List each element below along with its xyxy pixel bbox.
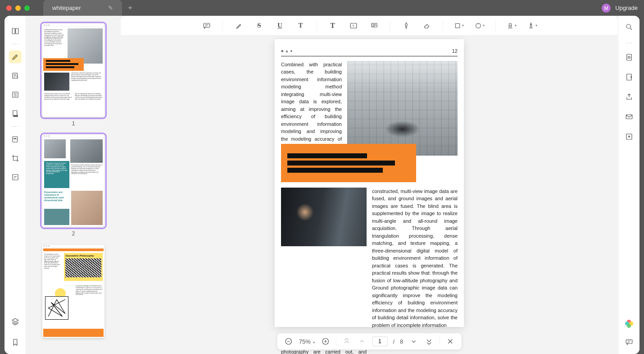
export-icon[interactable] <box>625 73 633 83</box>
svg-rect-1 <box>15 28 18 34</box>
redacted-line <box>287 153 367 158</box>
svg-rect-8 <box>204 23 210 27</box>
textbox-icon[interactable]: T <box>349 21 358 31</box>
squiggly-icon[interactable]: T <box>296 21 306 31</box>
tab-title: whitepaper <box>52 5 81 11</box>
annotation-toolbar: S U T T T ▾ ▾ ▾ ▾ <box>121 16 618 36</box>
highlighter-icon[interactable] <box>9 51 22 63</box>
prev-page-button[interactable] <box>357 336 367 346</box>
first-page-button[interactable] <box>341 336 351 346</box>
workspace: Combined with practical cases, the build… <box>5 16 639 354</box>
body-paragraph-3: constructed, multi-view image data are f… <box>372 188 458 329</box>
svg-rect-5 <box>14 115 18 117</box>
thumbnail-label-1: 1 <box>38 120 109 127</box>
image-atrium <box>347 61 458 156</box>
app-logo-icon[interactable] <box>625 320 633 328</box>
zoom-bar: 75% ▾ / 8 <box>277 333 462 349</box>
window-controls <box>6 5 30 11</box>
signature-icon[interactable]: ▾ <box>527 21 537 31</box>
document-info-icon[interactable] <box>625 53 633 63</box>
underline-icon[interactable]: U <box>275 21 285 31</box>
svg-rect-7 <box>13 175 18 180</box>
ocr-icon[interactable] <box>9 171 22 184</box>
image-workstation <box>281 188 367 246</box>
zoom-in-button[interactable] <box>320 336 330 346</box>
document-page: ■▲● 12 Combined with practical cases, th… <box>275 39 464 327</box>
right-sidebar <box>618 16 639 354</box>
eraser-icon[interactable] <box>422 21 432 31</box>
svg-text:T: T <box>352 24 354 28</box>
reader-mode-icon[interactable] <box>9 25 22 37</box>
callout-icon[interactable] <box>369 21 379 31</box>
feedback-icon[interactable] <box>625 338 633 348</box>
title-bar: whitepaper ✎ ＋ M Upgrade <box>0 0 644 16</box>
text-icon[interactable]: T <box>328 21 338 31</box>
svg-rect-0 <box>12 28 15 34</box>
close-window-button[interactable] <box>6 5 12 11</box>
redacted-line <box>287 161 395 166</box>
form-icon[interactable] <box>9 107 22 120</box>
page-input[interactable] <box>372 336 387 346</box>
thumbnail-panel: Combined with practical cases, the build… <box>26 16 121 354</box>
minimize-window-button[interactable] <box>15 5 21 11</box>
maximize-window-button[interactable] <box>24 5 30 11</box>
search-icon[interactable] <box>625 23 633 33</box>
crop-icon[interactable] <box>9 152 22 165</box>
svg-rect-21 <box>626 115 632 119</box>
zoom-out-button[interactable] <box>284 336 294 346</box>
outline-icon[interactable] <box>9 88 22 101</box>
pen-icon[interactable] <box>401 21 411 31</box>
highlight-callout <box>281 144 416 182</box>
line-icon[interactable]: ▾ <box>475 21 485 31</box>
left-sidebar <box>5 16 26 354</box>
svg-rect-12 <box>455 23 459 28</box>
svg-point-17 <box>626 24 630 28</box>
thumbnail-page-3[interactable]: Geometric Philosophy The spatial forms o… <box>42 245 104 338</box>
thumbnail-page-1[interactable]: Combined with practical cases, the build… <box>42 24 104 117</box>
save-icon[interactable] <box>625 133 633 143</box>
svg-point-19 <box>628 56 630 59</box>
canvas-area: S U T T T ▾ ▾ ▾ ▾ ■▲● 12 Com <box>121 16 618 354</box>
redact-icon[interactable] <box>9 133 22 146</box>
page-separator: / <box>393 338 395 345</box>
svg-rect-18 <box>626 54 631 60</box>
avatar[interactable]: M <box>602 4 611 13</box>
close-zoombar-button[interactable] <box>445 336 455 346</box>
edit-tab-icon[interactable]: ✎ <box>108 5 113 11</box>
page-number: 12 <box>452 47 458 55</box>
layers-icon[interactable] <box>9 315 22 328</box>
thumbnail-label-2: 2 <box>38 230 109 237</box>
comment-icon[interactable] <box>202 21 212 31</box>
highlight-icon[interactable] <box>234 21 244 31</box>
annotate-icon[interactable] <box>9 69 22 82</box>
upgrade-button[interactable]: Upgrade <box>615 5 638 11</box>
mail-icon[interactable] <box>625 113 633 123</box>
page-total: 8 <box>400 338 403 345</box>
last-page-button[interactable] <box>424 336 434 346</box>
svg-rect-23 <box>626 340 632 344</box>
svg-rect-6 <box>13 137 18 142</box>
stamp-icon[interactable]: ▾ <box>507 21 517 31</box>
thumbnail-page-2[interactable]: The geometric shapes have been captured … <box>42 135 104 227</box>
shape-icon[interactable]: ▾ <box>454 21 464 31</box>
redacted-line <box>287 168 383 173</box>
bookmark-icon[interactable] <box>9 336 22 349</box>
new-tab-button[interactable]: ＋ <box>127 3 134 13</box>
share-icon[interactable] <box>625 93 633 103</box>
next-page-button[interactable] <box>408 336 418 346</box>
document-viewport[interactable]: ■▲● 12 Combined with practical cases, th… <box>121 36 618 354</box>
svg-point-14 <box>509 23 511 25</box>
zoom-level[interactable]: 75% ▾ <box>299 338 315 345</box>
document-tab[interactable]: whitepaper ✎ <box>43 0 122 16</box>
strikethrough-icon[interactable]: S <box>254 21 264 31</box>
page-header-shapes: ■▲● <box>281 47 293 55</box>
